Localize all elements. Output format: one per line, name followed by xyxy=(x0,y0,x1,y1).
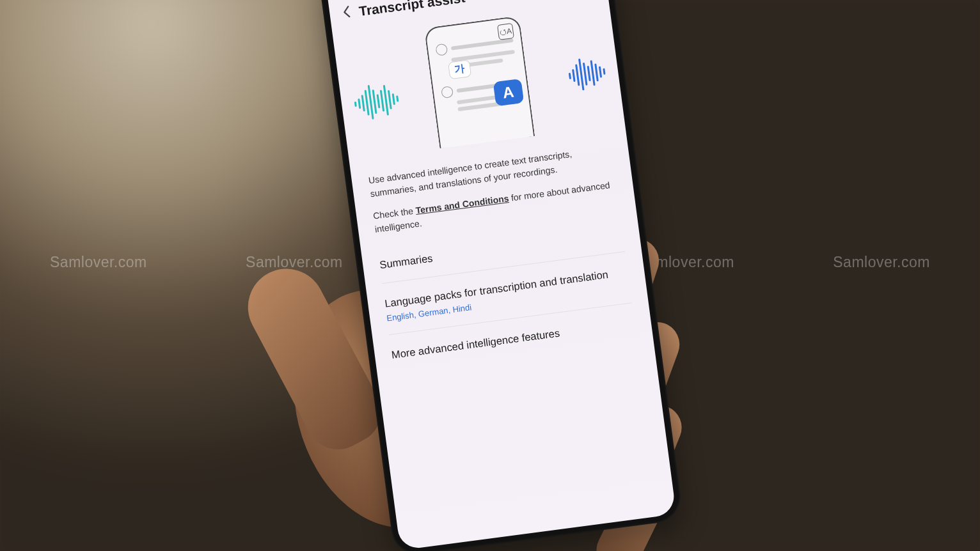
transcript-card-illustration: ⭯A 가 A xyxy=(423,16,535,149)
translate-icon: ⭯A xyxy=(497,23,514,40)
desc-pre: Check the xyxy=(372,205,416,221)
avatar-icon xyxy=(435,43,448,56)
avatar-icon xyxy=(440,86,453,98)
latin-bubble: A xyxy=(493,79,524,106)
waveform-left-icon xyxy=(352,81,400,121)
settings-list: Summaries Language packs for transcripti… xyxy=(361,211,654,375)
back-button[interactable] xyxy=(342,5,351,21)
terms-and-conditions-link[interactable]: Terms and Conditions xyxy=(415,193,510,215)
waveform-right-icon xyxy=(567,56,607,92)
korean-bubble: 가 xyxy=(448,59,471,79)
